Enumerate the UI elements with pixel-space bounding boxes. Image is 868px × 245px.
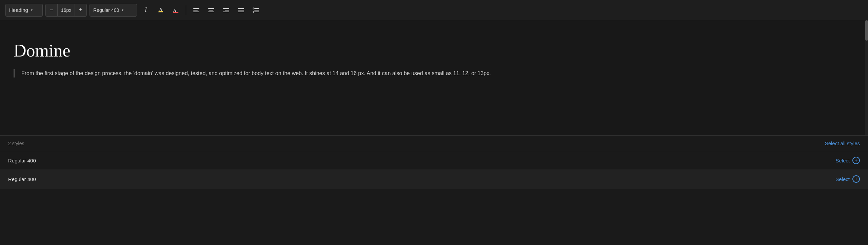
plus-circle-icon-1: + <box>852 157 860 164</box>
svg-rect-2 <box>173 12 178 13</box>
toolbar: Heading ▾ − 16px + Regular 400 ▾ I A <box>0 0 868 20</box>
style-row-label-1: Regular 400 <box>8 158 36 163</box>
text-color-button[interactable]: A <box>170 4 182 16</box>
align-justify-button[interactable] <box>235 4 247 16</box>
align-right-button[interactable] <box>220 4 232 16</box>
content-area: Domine From the first stage of the desig… <box>0 20 868 135</box>
font-style-selector[interactable]: Regular 400 ▾ <box>90 4 137 17</box>
style-row: Regular 400 Select + <box>0 151 868 170</box>
styles-panel-header: 2 styles Select all styles <box>0 135 868 151</box>
italic-button[interactable]: I <box>140 4 152 16</box>
style-select-label-2: Select <box>835 176 850 182</box>
select-all-styles-button[interactable]: Select all styles <box>825 140 860 146</box>
align-justify-icon <box>238 7 244 14</box>
style-select-button-1[interactable]: Select + <box>835 157 860 164</box>
text-color-icon: A <box>173 7 179 13</box>
line-spacing-icon <box>253 7 259 14</box>
align-center-icon <box>208 7 215 14</box>
heading-selector[interactable]: Heading ▾ <box>5 4 43 17</box>
font-style-chevron-icon: ▾ <box>122 8 123 12</box>
heading-selector-label: Heading <box>9 7 28 13</box>
font-size-value: 16px <box>57 4 75 17</box>
decrease-font-size-button[interactable]: − <box>46 4 57 17</box>
chevron-down-icon: ▾ <box>31 8 33 12</box>
plus-circle-icon-2: + <box>852 175 860 183</box>
italic-icon: I <box>145 6 147 14</box>
font-size-control: − 16px + <box>45 4 87 17</box>
toolbar-divider-1 <box>186 5 186 15</box>
font-style-label: Regular 400 <box>93 7 119 13</box>
align-left-icon <box>193 7 200 14</box>
align-center-button[interactable] <box>205 4 217 16</box>
align-right-icon <box>223 7 230 14</box>
align-left-button[interactable] <box>190 4 202 16</box>
content-blockquote: From the first stage of the design proce… <box>14 69 854 78</box>
increase-font-size-button[interactable]: + <box>75 4 86 17</box>
style-row: Regular 400 Select + <box>0 170 868 188</box>
highlight-button[interactable] <box>155 4 167 16</box>
content-body-text: From the first stage of the design proce… <box>21 69 530 78</box>
line-spacing-button[interactable] <box>250 4 262 16</box>
svg-rect-0 <box>159 11 163 12</box>
styles-count-label: 2 styles <box>8 141 24 146</box>
styles-panel: 2 styles Select all styles Regular 400 S… <box>0 135 868 188</box>
scrollbar-track[interactable] <box>865 20 868 135</box>
style-row-label-2: Regular 400 <box>8 176 36 182</box>
style-select-button-2[interactable]: Select + <box>835 175 860 183</box>
highlight-icon <box>158 7 164 13</box>
scrollbar-thumb[interactable] <box>865 20 868 41</box>
style-select-label-1: Select <box>835 158 850 163</box>
content-title: Domine <box>14 41 854 61</box>
